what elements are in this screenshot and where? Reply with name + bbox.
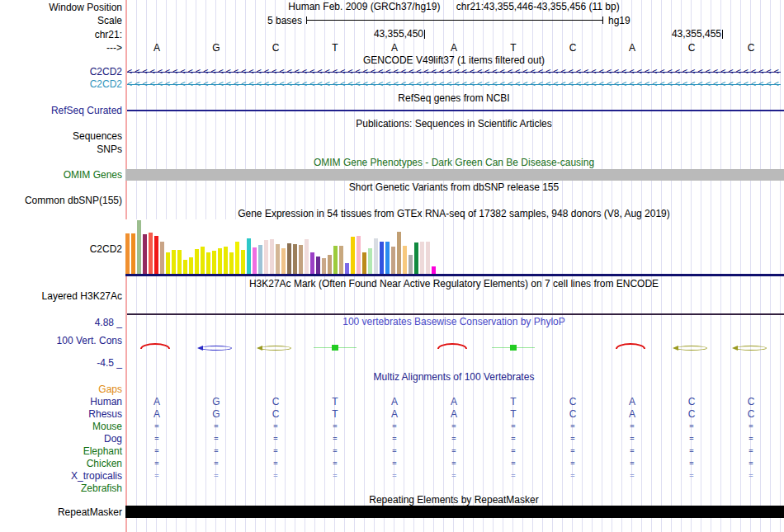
gtex-tissue-bar[interactable] — [177, 250, 182, 274]
gtex-tissue-bar[interactable] — [183, 260, 187, 274]
gtex-tissue-bar[interactable] — [420, 242, 424, 274]
gtex-tissue-bar[interactable] — [160, 242, 164, 274]
alignment-base: A — [622, 408, 642, 420]
track-label-zebrafish[interactable]: Zebrafish — [0, 483, 122, 494]
refseq-gene-line[interactable] — [127, 110, 784, 111]
gtex-tissue-bar[interactable] — [409, 255, 413, 274]
conservation-glyph-arc[interactable] — [437, 343, 471, 349]
gtex-tissue-bar[interactable] — [414, 242, 418, 274]
gtex-tissue-bar[interactable] — [299, 245, 303, 274]
gtex-tissue-bar[interactable] — [397, 232, 401, 274]
track-label-snps[interactable]: SNPs — [0, 144, 122, 155]
track-title-conservation[interactable]: 100 vertebrates Basewise Conservation by… — [127, 317, 781, 327]
track-label-gtex-gene[interactable]: C2CD2 — [0, 243, 122, 255]
gtex-tissue-bar[interactable] — [212, 251, 216, 274]
track-label-mouse[interactable]: Mouse — [0, 421, 122, 432]
gtex-tissue-bar[interactable] — [195, 249, 199, 274]
gtex-tissue-bar[interactable] — [166, 252, 170, 274]
track-label-repeatmasker[interactable]: RepeatMasker — [0, 506, 122, 518]
repeatmasker-bar[interactable] — [125, 506, 784, 518]
gtex-tissue-bar[interactable] — [385, 242, 390, 274]
track-title-publications[interactable]: Publications: Sequences in Scientific Ar… — [127, 119, 781, 129]
gtex-tissue-bar[interactable] — [241, 250, 245, 274]
conservation-glyph-lens[interactable] — [735, 346, 767, 351]
track-label-human[interactable]: Human — [0, 396, 122, 407]
gtex-tissue-bar[interactable] — [149, 233, 153, 274]
gtex-tissue-bar[interactable] — [432, 266, 436, 274]
gtex-tissue-bar[interactable] — [380, 242, 384, 274]
conservation-glyph-lens[interactable] — [676, 346, 707, 351]
track-title-dbsnp[interactable]: Short Genetic Variants from dbSNP releas… — [127, 182, 781, 193]
gtex-tissue-bar[interactable] — [403, 246, 407, 274]
omim-gene-bar[interactable] — [125, 169, 784, 181]
gtex-tissue-bar[interactable] — [374, 238, 378, 274]
track-label-gene[interactable]: C2CD2 — [0, 66, 122, 78]
track-label-elephant[interactable]: Elephant — [0, 445, 122, 457]
gtex-tissue-bar[interactable] — [172, 250, 176, 274]
gtex-tissue-bar[interactable] — [426, 242, 430, 274]
track-title-multiz[interactable]: Multiz Alignments of 100 Vertebrates — [127, 372, 781, 383]
gtex-tissue-bar[interactable] — [276, 244, 280, 274]
conservation-glyph-arc[interactable] — [139, 343, 174, 349]
gtex-tissue-bar[interactable] — [137, 220, 141, 274]
gtex-tissue-bar[interactable] — [287, 243, 291, 274]
conservation-glyph-dot[interactable] — [492, 345, 535, 351]
gtex-tissue-bar[interactable] — [143, 234, 147, 274]
conservation-glyph-lens[interactable] — [201, 346, 232, 351]
gtex-tissue-bar[interactable] — [368, 248, 372, 274]
gtex-tissue-bar[interactable] — [247, 238, 251, 274]
gtex-tissue-bar[interactable] — [293, 244, 297, 274]
gtex-tissue-bar[interactable] — [270, 239, 274, 274]
track-label-rhesus[interactable]: Rhesus — [0, 408, 122, 420]
track-label-common-dbsnp[interactable]: Common dbSNP(155) — [0, 195, 122, 206]
gtex-tissue-bar[interactable] — [218, 248, 222, 274]
conservation-glyph-arc[interactable] — [615, 343, 649, 349]
gtex-tissue-bar[interactable] — [305, 239, 309, 274]
track-label-chicken[interactable]: Chicken — [0, 458, 122, 469]
gtex-tissue-bar[interactable] — [362, 252, 366, 274]
alignment-match-mark: = — [325, 421, 345, 432]
track-label-x_tropicalis[interactable]: X_tropicalis — [0, 470, 122, 482]
gtex-tissue-bar[interactable] — [281, 248, 286, 274]
track-label-dog[interactable]: Dog — [0, 433, 122, 445]
track-label-h3k27ac[interactable]: Layered H3K27Ac — [0, 290, 122, 302]
gtex-tissue-bar[interactable] — [339, 246, 343, 274]
gtex-tissue-bar[interactable] — [201, 247, 205, 274]
gtex-tissue-bar[interactable] — [189, 257, 193, 274]
gtex-tissue-bar[interactable] — [357, 236, 361, 274]
track-label-gaps[interactable]: Gaps — [0, 384, 122, 395]
track-title-gencode[interactable]: GENCODE V49lift37 (1 items filtered out) — [127, 55, 781, 66]
gtex-tissue-bar[interactable] — [235, 242, 239, 274]
gtex-tissue-bar[interactable] — [125, 233, 130, 274]
gtex-tissue-bar[interactable] — [328, 255, 332, 274]
gtex-tissue-bar[interactable] — [131, 233, 135, 274]
conservation-glyph-lens[interactable] — [260, 346, 291, 351]
gtex-tissue-bar[interactable] — [206, 252, 210, 274]
gtex-tissue-bar[interactable] — [333, 246, 338, 274]
gtex-tissue-bar[interactable] — [224, 247, 228, 274]
track-title-repeatmasker[interactable]: Repeating Elements by RepeatMasker — [127, 495, 781, 506]
gene-exon-chevrons[interactable]: <<<<<<<<<<<<<<<<<<<<<<<<<<<<<<<<<<<<<<<<… — [127, 66, 781, 78]
track-title-h3k27ac[interactable]: H3K27Ac Mark (Often Found Near Active Re… — [127, 279, 781, 290]
gtex-tissue-bar[interactable] — [391, 247, 395, 274]
track-title-omim[interactable]: OMIM Gene Phenotypes - Dark Green Can Be… — [127, 158, 781, 168]
gtex-tissue-bar[interactable] — [253, 247, 257, 274]
gtex-tissue-bar[interactable] — [258, 245, 262, 274]
gene-exon-chevrons[interactable]: <<<<<<<<<<<<<<<<<<<<<<<<<<<<<<<<<<<<<<<<… — [127, 78, 781, 90]
track-label-conservation[interactable]: 100 Vert. Cons — [0, 335, 122, 346]
gtex-tissue-bar[interactable] — [229, 252, 234, 274]
gtex-tissue-bar[interactable] — [154, 236, 158, 274]
track-label-refseq-curated[interactable]: RefSeq Curated — [0, 105, 122, 116]
gtex-tissue-bar[interactable] — [316, 257, 320, 274]
track-label-omim-genes[interactable]: OMIM Genes — [0, 169, 122, 181]
conservation-glyph-dot[interactable] — [314, 345, 357, 351]
track-title-refseq[interactable]: RefSeq genes from NCBI — [127, 93, 781, 104]
gtex-tissue-bar[interactable] — [264, 240, 268, 274]
gtex-tissue-bar[interactable] — [345, 263, 349, 274]
track-title-gtex[interactable]: Gene Expression in 54 tissues from GTEx … — [127, 209, 781, 219]
track-label-gene[interactable]: C2CD2 — [0, 78, 122, 90]
gtex-tissue-bar[interactable] — [310, 252, 314, 274]
gtex-tissue-bar[interactable] — [322, 258, 326, 274]
track-label-sequences[interactable]: Sequences — [0, 130, 122, 142]
gtex-tissue-bar[interactable] — [351, 237, 355, 274]
